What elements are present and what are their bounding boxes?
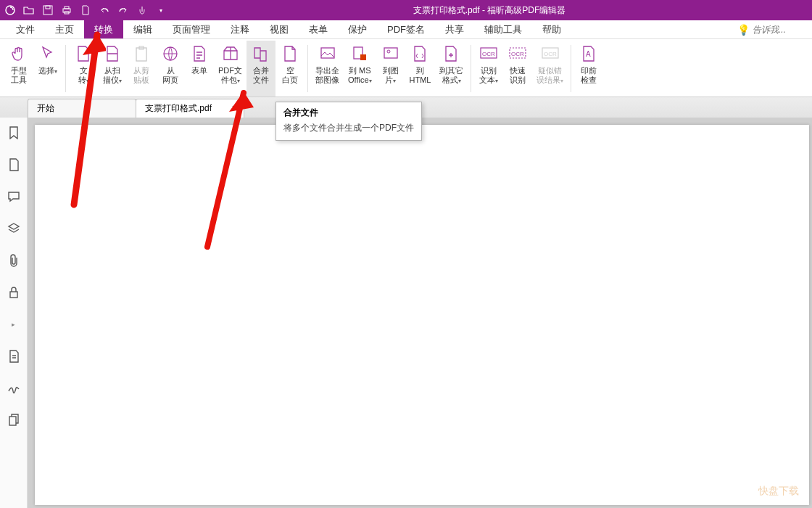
menu-home[interactable]: 主页 — [45, 20, 84, 38]
from-clipboard-label: 从剪 贴板 — [133, 66, 149, 85]
ocr-suspect-label: 疑似错 误结果 — [536, 66, 563, 86]
svg-rect-22 — [9, 417, 16, 425]
preflight-button[interactable]: A 印前 检查 — [574, 41, 603, 97]
lightbulb-icon: 💡 — [737, 24, 750, 36]
pdf-package-label: PDF文 件包 — [218, 66, 242, 86]
svg-text:OCR: OCR — [511, 51, 524, 57]
attachments-icon[interactable] — [6, 253, 22, 269]
from-scanner-button[interactable]: 从扫 描仪 — [98, 41, 127, 97]
copy-pages-icon[interactable] — [6, 412, 22, 428]
menu-pdf-sign[interactable]: PDF签名 — [377, 20, 435, 38]
qat-dropdown-icon[interactable]: ▾ — [155, 4, 167, 16]
page-icon[interactable] — [80, 4, 91, 16]
office-icon — [349, 44, 370, 64]
menu-page-management[interactable]: 页面管理 — [162, 20, 220, 38]
menu-help[interactable]: 帮助 — [532, 20, 571, 38]
svg-point-13 — [387, 50, 390, 53]
quick-ocr-label: 快速 识别 — [510, 66, 526, 85]
html-icon — [410, 44, 431, 64]
menu-share[interactable]: 共享 — [435, 20, 474, 38]
svg-rect-21 — [10, 292, 17, 298]
undo-icon[interactable] — [99, 4, 110, 16]
print-icon[interactable] — [61, 4, 72, 16]
blank-page-button[interactable]: 空 白页 — [276, 41, 304, 97]
save-icon[interactable] — [42, 4, 54, 16]
ocr-text-button[interactable]: OCR 识别 文本 — [474, 41, 503, 97]
from-webpage-button[interactable]: 从 网页 — [156, 41, 185, 97]
tell-me-search[interactable]: 💡 — [737, 24, 803, 36]
tell-me-input[interactable] — [753, 25, 803, 35]
svg-rect-1 — [44, 6, 52, 15]
scanner-icon — [102, 44, 123, 64]
menu-edit[interactable]: 编辑 — [123, 20, 162, 38]
document-canvas[interactable] — [28, 118, 812, 508]
ocr-icon: OCR — [478, 44, 499, 64]
svg-rect-11 — [360, 54, 366, 60]
export-all-images-button[interactable]: 导出全 部图像 — [311, 41, 344, 97]
document-icon — [73, 44, 94, 64]
ocr-text-label: 识别 文本 — [479, 66, 498, 86]
signatures-icon[interactable] — [6, 380, 22, 396]
title-bar: ▾ 支票打印格式.pdf - 福昕高级PDF编辑器 — [0, 0, 812, 20]
menu-aux-tools[interactable]: 辅助工具 — [474, 20, 532, 38]
to-other-format-button[interactable]: 到其它 格式 — [435, 41, 468, 97]
close-tab-icon[interactable]: ✕ — [231, 104, 238, 113]
to-image-button[interactable]: 到图 片 — [376, 41, 405, 97]
merge-files-tooltip: 合并文件 将多个文件合并生成一个PDF文件 — [276, 102, 422, 141]
hand-tool-button[interactable]: 手型 工具 — [4, 41, 33, 97]
comments-icon[interactable] — [6, 189, 22, 205]
to-html-label: 到 HTML — [410, 66, 431, 85]
workspace: ▸ — [0, 118, 812, 508]
svg-rect-9 — [321, 48, 334, 58]
preflight-label: 印前 检查 — [581, 66, 597, 85]
tab-document[interactable]: 支票打印格式.pdf ✕ — [136, 99, 244, 118]
svg-rect-4 — [65, 7, 69, 9]
quick-access-toolbar: ▾ — [0, 4, 167, 16]
separator — [571, 45, 571, 92]
tab-start[interactable]: 开始 — [28, 99, 136, 118]
to-other-format-label: 到其它 格式 — [439, 66, 463, 86]
svg-text:OCR: OCR — [544, 51, 557, 57]
menu-annotate[interactable]: 注释 — [220, 20, 260, 38]
svg-rect-2 — [46, 6, 50, 9]
form-button[interactable]: 表单 — [185, 41, 214, 97]
security-icon[interactable] — [6, 284, 22, 300]
redo-icon[interactable] — [117, 4, 129, 16]
expand-sidebar-icon[interactable]: ▸ — [6, 316, 22, 332]
page-view — [35, 125, 809, 505]
layers-icon[interactable] — [6, 221, 22, 237]
tooltip-title: 合并文件 — [276, 102, 421, 120]
file-convert-button[interactable]: 文 转 — [69, 41, 98, 97]
select-button[interactable]: 选择 — [33, 41, 62, 97]
svg-rect-6 — [136, 48, 146, 61]
bookmark-icon[interactable] — [6, 125, 22, 141]
cursor-icon — [38, 44, 58, 64]
quick-ocr-button[interactable]: OCR 快速 识别 — [503, 41, 532, 97]
from-webpage-label: 从 网页 — [162, 66, 178, 85]
menu-form[interactable]: 表单 — [299, 20, 338, 38]
window-title: 支票打印格式.pdf - 福昕高级PDF编辑器 — [167, 4, 812, 17]
svg-text:OCR: OCR — [482, 51, 495, 57]
to-ms-office-button[interactable]: 到 MS Office — [344, 41, 376, 97]
blank-page-label: 空 白页 — [282, 66, 298, 85]
merge-files-label: 合并 文件 — [253, 66, 269, 85]
from-scanner-label: 从扫 描仪 — [103, 66, 122, 86]
select-label: 选择 — [38, 66, 57, 76]
svg-text:A: A — [586, 50, 591, 58]
ocr-suspect-button: OCR 疑似错 误结果 — [532, 41, 568, 97]
articles-icon[interactable] — [6, 348, 22, 364]
separator — [307, 45, 308, 92]
menu-convert[interactable]: 转换 — [84, 20, 123, 38]
to-html-button[interactable]: 到 HTML — [405, 41, 436, 97]
menu-view[interactable]: 视图 — [260, 20, 299, 38]
separator — [471, 45, 471, 92]
open-icon[interactable] — [23, 4, 35, 16]
tab-start-label: 开始 — [37, 102, 54, 115]
pages-icon[interactable] — [6, 157, 22, 173]
pdf-package-button[interactable]: PDF文 件包 — [214, 41, 246, 97]
menu-file[interactable]: 文件 — [6, 20, 45, 38]
merge-files-button[interactable]: 合并 文件 — [246, 41, 276, 97]
touch-mode-icon[interactable] — [136, 4, 148, 16]
form-icon — [189, 44, 210, 64]
menu-protect[interactable]: 保护 — [338, 20, 377, 38]
